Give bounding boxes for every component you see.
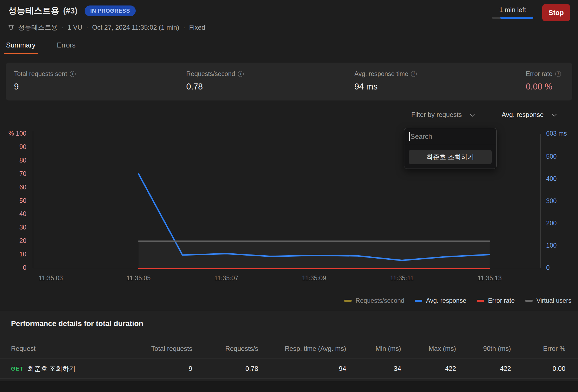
y-axis-right-tick: 200 <box>546 220 557 227</box>
x-axis-tick: 11:35:11 <box>380 275 424 282</box>
request-cell[interactable]: GET최준호 조회하기 <box>11 364 114 373</box>
test-meta: 성능테스트용·1 VU·Oct 27, 2024 11:35:02 (1 min… <box>8 23 205 32</box>
stat-avg-response-time: Avg. response timei94 ms <box>354 70 417 92</box>
table-cell: 94 <box>258 365 346 373</box>
table-row: GET최준호 조회하기90.7894344224220.00 <box>0 359 578 378</box>
page-bottom-background <box>0 381 578 392</box>
filter-popup-options: 최준호 조회하기 <box>404 145 496 164</box>
x-axis-tick: 11:35:07 <box>204 275 248 282</box>
stat-value: 0.78 <box>186 82 244 92</box>
tab-summary[interactable]: Summary <box>4 40 38 54</box>
filter-by-requests-label: Filter by requests <box>411 111 462 119</box>
table-cell: 9 <box>114 365 192 373</box>
progress-bar <box>492 17 533 19</box>
legend-item-error-rate[interactable]: Error rate <box>477 297 515 304</box>
search-field-wrap <box>404 128 496 145</box>
y-axis-left-tick: 30 <box>0 224 26 231</box>
x-axis-tick: 11:35:09 <box>292 275 336 282</box>
meta-item: 1 VU <box>68 24 82 31</box>
header-title-row: 성능테스트용 (#3) IN PROGRESS <box>8 4 136 17</box>
table-header-row: RequestTotal requestsRequests/sResp. tim… <box>0 344 578 354</box>
stat-value: 9 <box>14 82 76 92</box>
chevron-down-icon <box>470 111 475 116</box>
request-name: 최준호 조회하기 <box>28 364 76 373</box>
y-axis-right-tick: 300 <box>546 197 557 205</box>
performance-table-section: Performance details for total duration R… <box>0 311 578 392</box>
column-header: Resp. time (Avg. ms) <box>258 345 346 352</box>
stat-total-requests-sent: Total requests senti9 <box>14 70 76 92</box>
column-header: Requests/s <box>192 345 258 352</box>
legend-label: Error rate <box>488 297 515 304</box>
y-axis-left-tick: 20 <box>0 237 26 245</box>
method-badge: GET <box>11 365 23 372</box>
column-header: Error % <box>511 345 565 352</box>
legend-label: Requests/second <box>355 297 404 304</box>
legend-label: Avg. response <box>426 297 466 304</box>
stop-button[interactable]: Stop <box>542 4 570 21</box>
stat-label: Error rate <box>526 70 552 78</box>
legend-item-avg-response[interactable]: Avg. response <box>415 297 466 304</box>
filter-option[interactable]: 최준호 조회하기 <box>409 150 492 164</box>
stat-label: Requests/second <box>186 70 235 78</box>
search-input[interactable] <box>404 128 496 145</box>
info-icon[interactable]: i <box>411 71 417 77</box>
stats-card: Total requests senti9Requests/secondi0.7… <box>6 63 572 100</box>
column-header: 90th (ms) <box>456 345 511 352</box>
y-axis-left-tick: 10 <box>0 251 26 258</box>
column-header: Request <box>11 345 114 352</box>
legend-swatch <box>344 300 352 302</box>
legend-swatch <box>477 300 484 302</box>
y-axis-left-tick: 90 <box>0 143 26 151</box>
tabs: SummaryErrors <box>4 40 78 54</box>
y-axis-right-tick: 100 <box>546 242 557 249</box>
y-axis-right-tick: 400 <box>546 175 557 183</box>
run-number: (#3) <box>63 6 77 15</box>
filter-popup: 최준호 조회하기 <box>404 128 497 169</box>
info-icon[interactable]: i <box>238 71 244 77</box>
y-axis-left-tick: 60 <box>0 184 26 191</box>
stat-requests-second: Requests/secondi0.78 <box>186 70 244 92</box>
y-axis-left-tick: 50 <box>0 197 26 205</box>
progress-bar-fill <box>500 17 533 19</box>
meta-separator: · <box>61 24 64 31</box>
legend-item-virtual-users[interactable]: Virtual users <box>525 297 571 304</box>
time-left-label: 1 min left <box>492 6 533 14</box>
table-cell: 422 <box>456 365 511 373</box>
column-header: Max (ms) <box>401 345 456 352</box>
app: 성능테스트용 (#3) IN PROGRESS 1 min left Stop … <box>0 0 578 392</box>
column-header: Min (ms) <box>346 345 401 352</box>
y-axis-right-tick: 0 <box>546 264 550 271</box>
x-axis-tick: 11:35:13 <box>468 275 512 282</box>
y-axis-left-tick: 70 <box>0 170 26 178</box>
meta-separator: · <box>85 24 89 31</box>
project-icon <box>8 24 14 31</box>
chart-legend: Requests/secondAvg. responseError rateVi… <box>344 297 571 304</box>
metric-dropdown[interactable]: Avg. response <box>502 111 556 119</box>
legend-label: Virtual users <box>537 297 571 304</box>
legend-swatch <box>415 300 422 302</box>
info-icon[interactable]: i <box>555 71 561 77</box>
y-axis-left-tick: 40 <box>0 210 26 218</box>
stat-error-rate: Error ratei0.00 % <box>526 70 561 92</box>
y-axis-left-tick: % 100 <box>0 130 26 137</box>
x-axis-tick: 11:35:05 <box>117 275 161 282</box>
metric-dropdown-label: Avg. response <box>502 111 544 119</box>
progress-group: 1 min left <box>492 6 533 19</box>
page-title: 성능테스트용 <box>8 5 59 16</box>
info-icon[interactable]: i <box>70 71 76 77</box>
table-cell: 0.00 <box>511 365 565 373</box>
filter-by-requests-dropdown[interactable]: Filter by requests <box>411 111 474 119</box>
y-axis-right-tick: 603 ms <box>546 130 567 137</box>
table-cell: 0.78 <box>192 365 258 373</box>
table-cell: 34 <box>346 365 401 373</box>
table-cell: 422 <box>401 365 456 373</box>
text-cursor <box>409 132 410 141</box>
y-axis-left-tick: 0 <box>0 264 26 271</box>
tab-errors[interactable]: Errors <box>55 40 78 54</box>
meta-separator: · <box>182 24 186 31</box>
y-axis-left-tick: 80 <box>0 157 26 164</box>
stat-label: Total requests sent <box>14 70 67 78</box>
legend-item-requests-second[interactable]: Requests/second <box>344 297 404 304</box>
meta-item: 성능테스트용 <box>18 23 58 32</box>
chevron-down-icon <box>552 111 557 116</box>
